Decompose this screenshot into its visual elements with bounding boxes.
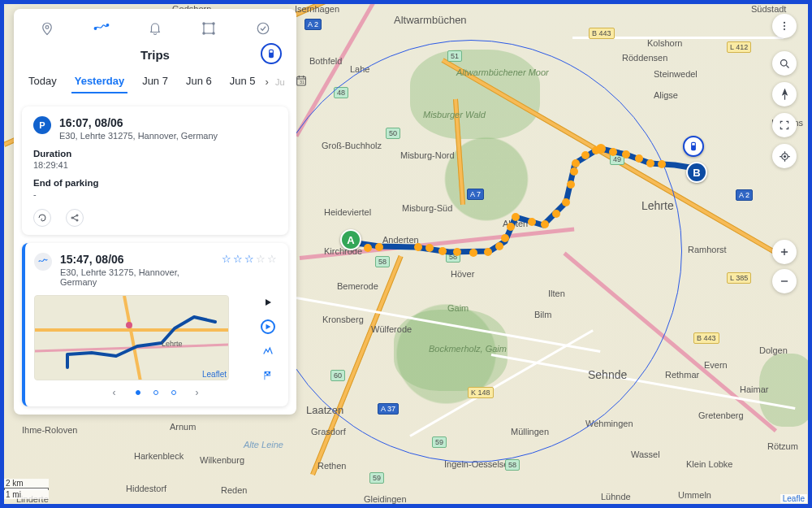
map-city-label: Klein Lobke	[686, 459, 733, 469]
map-city-label: Altwarmbüchen	[394, 14, 467, 26]
fullscreen-button[interactable]	[772, 113, 797, 137]
trip-card[interactable]: 15:47, 08/06 E30, Lehrte 31275, Hannover…	[22, 243, 288, 406]
road-badge: A 37	[378, 403, 399, 415]
road-badge: A 7	[467, 189, 484, 200]
pager-prev-button[interactable]: ‹	[113, 387, 116, 398]
trip-rating[interactable]: ☆ ☆ ☆ ☆ ☆	[222, 253, 277, 265]
road-badge: 58	[446, 251, 460, 263]
map-city-label: Gleidingen	[364, 494, 407, 504]
parking-address: E30, Lehrte 31275, Hannover, Germany	[59, 131, 218, 141]
svg-point-43	[257, 23, 269, 34]
map-attribution: Leafle	[780, 494, 807, 503]
pager-dot[interactable]	[171, 390, 176, 395]
parking-timestamp: 16:07, 08/06	[59, 116, 218, 129]
map-city-label: Rethmar	[665, 370, 699, 380]
road-badge: A 2	[736, 189, 753, 201]
svg-point-48	[71, 217, 73, 219]
scale-mi: 1 mi	[4, 490, 49, 499]
map-city-label: Evern	[704, 360, 728, 370]
date-tab-yesterday[interactable]: Yesterday	[71, 70, 127, 93]
road-badge: 58	[375, 256, 390, 267]
svg-point-30	[784, 25, 785, 27]
more-menu-button[interactable]	[772, 14, 797, 38]
star-icon: ☆	[256, 253, 266, 265]
map-city-label: Ummeln	[678, 490, 711, 500]
map-city-label: Misburg-Süd	[402, 203, 452, 213]
compass-button[interactable]	[772, 82, 797, 106]
zoom-in-button[interactable]	[772, 240, 797, 264]
road-badge: 51	[447, 50, 462, 62]
map-city-label: Rethen	[317, 461, 346, 471]
map-city-label: Altwarmbüchener Moor	[456, 67, 549, 77]
geolocate-button[interactable]	[772, 144, 797, 168]
play-button[interactable]	[261, 295, 275, 310]
map-city-label: Bilm	[534, 310, 551, 319]
panel-title: Trips	[140, 48, 170, 62]
zone-icon[interactable]	[199, 19, 218, 38]
road-badge: 49	[610, 154, 624, 165]
map-city-label: Dolgen	[759, 345, 788, 355]
map-city-label: Kronsberg	[322, 315, 364, 324]
pin-icon[interactable]	[37, 19, 57, 38]
vehicle-selector[interactable]	[261, 43, 282, 64]
map-city-label: Kolshorn	[647, 38, 682, 48]
date-tab-overflow: Ju	[275, 77, 285, 87]
parking-card[interactable]: P 16:07, 08/06 E30, Lehrte 31275, Hannov…	[22, 106, 288, 235]
svg-point-32	[780, 59, 787, 66]
map-city-label: Höver	[451, 269, 474, 279]
marker-a-label: A	[347, 234, 354, 246]
finish-flag-button[interactable]	[261, 368, 275, 383]
road-badge: 59	[432, 436, 447, 448]
pager-dot[interactable]	[153, 390, 158, 395]
star-icon: ☆	[233, 253, 243, 265]
bell-icon[interactable]	[145, 19, 165, 38]
map-city-label: Gaim	[447, 303, 469, 313]
star-icon: ☆	[222, 253, 231, 265]
map-city-label: Lahe	[350, 64, 369, 74]
map-city-label: Isernhagen	[295, 4, 339, 14]
date-tab-jun-7[interactable]: Jun 7	[139, 70, 171, 93]
zoom-out-button[interactable]	[772, 269, 797, 293]
map-city-label: Steinwedel	[654, 69, 698, 79]
pager-dot[interactable]	[136, 390, 140, 395]
map-city-label: Südstadt	[751, 4, 786, 14]
svg-point-34	[784, 155, 785, 157]
road-badge: L 412	[727, 41, 751, 53]
map-city-label: Rötzum	[767, 441, 798, 451]
map-city-label: Wassel	[631, 449, 660, 459]
svg-point-52	[126, 322, 132, 328]
svg-point-29	[784, 22, 785, 24]
pager-next-button[interactable]: ›	[196, 387, 199, 398]
trip-minimap[interactable]: Lehrte Leaflet	[34, 295, 229, 380]
svg-point-40	[213, 23, 214, 24]
check-icon[interactable]	[253, 19, 273, 38]
vehicle-marker[interactable]	[683, 136, 704, 157]
map-city-label: Ramhorst	[688, 245, 727, 254]
segments-button[interactable]	[261, 344, 275, 358]
map-city-label: Gretenberg	[698, 410, 744, 420]
svg-point-39	[203, 23, 205, 24]
replay-button[interactable]	[261, 319, 275, 334]
map-search-button[interactable]	[772, 51, 797, 76]
map-city-label: Röddensen	[622, 53, 667, 63]
share-button[interactable]	[66, 209, 84, 227]
star-icon: ☆	[244, 253, 254, 265]
marker-b[interactable]: B	[686, 162, 707, 183]
date-tab-jun-5[interactable]: Jun 5	[227, 70, 259, 93]
marker-a[interactable]: A	[340, 229, 361, 250]
route-action-button[interactable]	[33, 209, 51, 227]
trips-icon[interactable]	[92, 19, 111, 38]
map-city-label: Haimar	[740, 384, 768, 394]
road-badge: 59	[369, 472, 384, 484]
trip-timestamp: 15:47, 08/06	[60, 253, 214, 266]
map-city-label: Aligse	[654, 90, 678, 100]
date-tab-today[interactable]: Today	[25, 70, 60, 93]
chevron-right-icon[interactable]: ›	[262, 72, 272, 91]
date-tab-jun-6[interactable]: Jun 6	[183, 70, 215, 93]
map-city-label: Arnum	[170, 422, 196, 432]
trip-address: E30, Lehrte 31275, Hannover, Germany	[60, 267, 214, 287]
calendar-button[interactable]: 31	[292, 71, 311, 93]
map-city-label: Ingeln-Oesselse	[444, 459, 509, 469]
parking-icon: P	[33, 116, 51, 134]
map-city-label: Ihme-Roloven	[22, 425, 77, 435]
